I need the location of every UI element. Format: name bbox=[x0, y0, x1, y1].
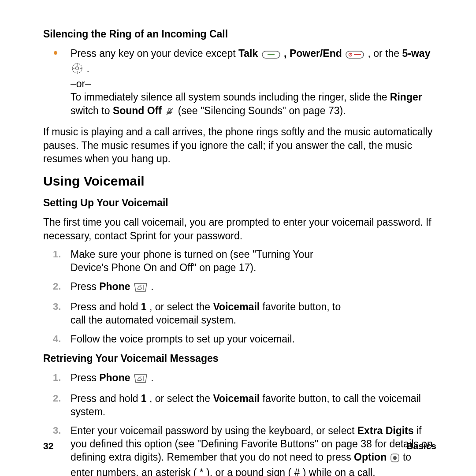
text: . bbox=[151, 372, 153, 383]
text: Press bbox=[71, 372, 99, 383]
step-1: Make sure your phone is turned on (see "… bbox=[43, 248, 436, 275]
text: , or select the bbox=[149, 393, 213, 404]
ringer-label: Ringer bbox=[390, 91, 422, 103]
svg-point-7 bbox=[76, 67, 79, 70]
text: Follow the voice prompts to set up your … bbox=[71, 333, 295, 345]
text: , or select the bbox=[149, 301, 213, 312]
step-4: Follow the voice prompts to set up your … bbox=[43, 332, 436, 346]
voicemail-label: Voicemail bbox=[213, 301, 260, 312]
phone-label: Phone bbox=[99, 372, 130, 383]
key-1: 1 bbox=[141, 301, 147, 312]
text: Press and hold bbox=[71, 301, 141, 312]
setting-up-voicemail-heading: Setting Up Your Voicemail bbox=[43, 196, 436, 209]
text: Press bbox=[71, 281, 99, 292]
text: (see "Silencing Sounds" on page 73). bbox=[178, 105, 346, 116]
or-text: –or– bbox=[71, 77, 436, 90]
retrieve-steps: Press Phone . Press and hold 1 , or sele… bbox=[43, 371, 436, 476]
power-end-key-icon bbox=[346, 48, 364, 62]
text: , bbox=[284, 48, 290, 59]
phone-key-icon bbox=[134, 373, 147, 386]
text: . bbox=[86, 63, 89, 74]
option-label: Option bbox=[354, 451, 387, 463]
retrieving-voicemail-heading: Retrieving Your Voicemail Messages bbox=[43, 352, 436, 365]
text: , or the bbox=[368, 48, 402, 59]
silencing-heading: Silencing the Ring of an Incoming Call bbox=[43, 27, 436, 41]
sound-off-icon bbox=[165, 106, 174, 119]
extra-digits-label: Extra Digits bbox=[357, 425, 414, 436]
text: switch to bbox=[71, 105, 113, 116]
phone-key-icon bbox=[134, 282, 147, 295]
music-playing-paragraph: If music is playing and a call arrives, … bbox=[43, 125, 436, 165]
setup-steps: Make sure your phone is turned on (see "… bbox=[43, 248, 436, 346]
fiveway-label: 5-way bbox=[402, 48, 431, 59]
using-voicemail-heading: Using Voicemail bbox=[43, 172, 436, 190]
text: Make sure your phone is turned on (see "… bbox=[71, 248, 344, 275]
step-2: Press and hold 1 , or select the Voicema… bbox=[43, 392, 436, 419]
svg-rect-1 bbox=[268, 54, 275, 55]
soundoff-label: Sound Off bbox=[113, 105, 162, 116]
step-1: Press Phone . bbox=[43, 371, 436, 386]
voicemail-intro: The first time you call voicemail, you a… bbox=[43, 216, 436, 242]
svg-rect-5 bbox=[354, 54, 361, 55]
text: Press and hold bbox=[71, 393, 141, 404]
svg-point-17 bbox=[393, 456, 397, 460]
key-1: 1 bbox=[141, 393, 147, 404]
bullet-item: Press any key on your device except Talk… bbox=[71, 47, 436, 119]
powerend-label: Power/End bbox=[290, 48, 342, 59]
step-2: Press Phone . bbox=[43, 280, 436, 295]
talk-key-icon bbox=[262, 48, 280, 62]
text: Enter your voicemail password by using t… bbox=[71, 425, 357, 436]
manual-page: Silencing the Ring of an Incoming Call P… bbox=[0, 0, 476, 476]
text: . bbox=[151, 281, 153, 292]
five-way-icon bbox=[71, 63, 83, 77]
section-name: Basics bbox=[406, 440, 436, 452]
text: To immediately silence all system sounds… bbox=[71, 91, 390, 103]
talk-label: Talk bbox=[238, 48, 258, 59]
bullet-line: Press any key on your device except Talk… bbox=[71, 47, 436, 77]
page-number: 32 bbox=[43, 440, 53, 452]
bullet-dot-icon bbox=[54, 51, 57, 55]
text: Press any key on your device except bbox=[71, 48, 238, 59]
page-footer: 32 Basics bbox=[43, 440, 436, 452]
bullet-line-2: To immediately silence all system sounds… bbox=[71, 90, 436, 119]
option-key-icon bbox=[390, 452, 399, 465]
voicemail-label: Voicemail bbox=[213, 393, 260, 404]
phone-label: Phone bbox=[99, 281, 130, 292]
step-3: Press and hold 1 , or select the Voicema… bbox=[43, 300, 436, 327]
